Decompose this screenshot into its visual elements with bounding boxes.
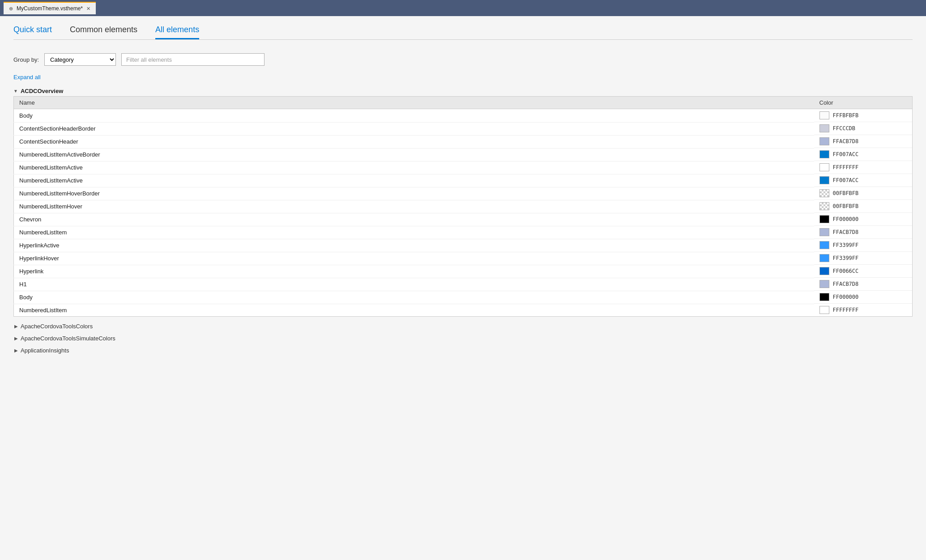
collapsed-group-apache-cordova-tools-simulate-colors[interactable]: ▶ApacheCordovaToolsSimulateColors xyxy=(13,332,913,344)
element-color-cell[interactable]: FFFFFFFF xyxy=(814,304,913,316)
element-name-cell: NumberedListItemHover xyxy=(14,200,814,213)
main-content: Quick start Common elements All elements… xyxy=(0,16,926,560)
table-row: ChevronFF000000 xyxy=(14,213,913,226)
color-swatch xyxy=(819,137,829,145)
element-color-cell[interactable]: FFACB7D8 xyxy=(814,135,913,148)
color-swatch xyxy=(819,202,829,210)
element-name-cell: Hyperlink xyxy=(14,265,814,278)
color-swatch xyxy=(819,306,829,314)
element-name-cell: Body xyxy=(14,291,814,304)
table-row: BodyFF000000 xyxy=(14,291,913,304)
element-name-cell: NumberedListItem xyxy=(14,226,814,239)
color-value-text: FFFFFFFF xyxy=(833,307,859,313)
expand-all-link[interactable]: Expand all xyxy=(13,74,41,81)
expand-arrow-icon: ▶ xyxy=(14,324,18,329)
element-color-cell[interactable]: FF000000 xyxy=(814,291,913,304)
table-row: HyperlinkHoverFF3399FF xyxy=(14,252,913,265)
tabs-navigation: Quick start Common elements All elements xyxy=(13,25,913,40)
collapsed-group-label: ApacheCordovaToolsColors xyxy=(21,323,93,330)
tab-quick-start[interactable]: Quick start xyxy=(13,25,52,39)
title-bar: ⊕ MyCustomTheme.vstheme* ✕ xyxy=(0,0,926,16)
element-name-cell: NumberedListItemActive xyxy=(14,174,814,187)
element-color-cell[interactable]: FF007ACC xyxy=(814,174,913,187)
element-name-cell: Chevron xyxy=(14,213,814,226)
element-color-cell[interactable]: FFCCCDB xyxy=(814,122,913,135)
close-icon[interactable]: ✕ xyxy=(86,6,90,12)
expand-arrow-icon: ▶ xyxy=(14,336,18,341)
color-swatch xyxy=(819,124,829,132)
acdc-overview-label: ACDCOverview xyxy=(21,88,63,94)
tab-pin-icon: ⊕ xyxy=(9,6,13,12)
color-value-text: 00FBFBFB xyxy=(833,203,859,209)
tab-filename: MyCustomTheme.vstheme* xyxy=(17,5,83,12)
color-swatch xyxy=(819,176,829,184)
table-row: BodyFFFBFBFB xyxy=(14,109,913,123)
element-name-cell: NumberedListItemHoverBorder xyxy=(14,187,814,200)
group-by-label: Group by: xyxy=(13,56,39,63)
color-value-text: FFACB7D8 xyxy=(833,138,859,144)
color-swatch xyxy=(819,111,829,119)
tab-all-elements[interactable]: All elements xyxy=(155,25,199,39)
color-value-text: FFACB7D8 xyxy=(833,229,859,235)
collapsed-group-label: ApacheCordovaToolsSimulateColors xyxy=(21,335,115,342)
acdc-overview-group: ▼ ACDCOverview Name Color BodyFFFBFBFBCo… xyxy=(13,86,913,317)
color-value-text: FF007ACC xyxy=(833,151,859,157)
acdc-overview-header[interactable]: ▼ ACDCOverview xyxy=(13,86,913,96)
color-swatch xyxy=(819,280,829,288)
table-row: NumberedListItemActiveFF007ACC xyxy=(14,174,913,187)
color-swatch xyxy=(819,189,829,197)
element-name-cell: NumberedListItemActiveBorder xyxy=(14,148,814,161)
color-swatch xyxy=(819,215,829,223)
color-swatch xyxy=(819,150,829,158)
element-name-cell: NumberedListItem xyxy=(14,304,814,317)
element-color-cell[interactable]: FFFFFFFF xyxy=(814,161,913,174)
collapsed-group-apache-cordova-tools-colors[interactable]: ▶ApacheCordovaToolsColors xyxy=(13,320,913,332)
element-name-cell: H1 xyxy=(14,278,814,291)
element-name-cell: ContentSectionHeader xyxy=(14,135,814,148)
collapsed-group-application-insights[interactable]: ▶ApplicationInsights xyxy=(13,344,913,356)
element-name-cell: ContentSectionHeaderBorder xyxy=(14,122,814,135)
color-value-text: FFACB7D8 xyxy=(833,281,859,287)
name-column-header: Name xyxy=(14,97,814,109)
color-value-text: FF000000 xyxy=(833,294,859,300)
color-value-text: FFCCCDB xyxy=(833,125,856,132)
element-color-cell[interactable]: FF000000 xyxy=(814,213,913,226)
element-color-cell[interactable]: FFACB7D8 xyxy=(814,278,913,291)
color-swatch xyxy=(819,228,829,236)
element-color-cell[interactable]: FF007ACC xyxy=(814,148,913,161)
controls-row: Group by: Category Name Color xyxy=(13,53,913,66)
color-swatch xyxy=(819,163,829,171)
color-value-text: FF007ACC xyxy=(833,177,859,183)
element-color-cell[interactable]: FF0066CC xyxy=(814,265,913,278)
color-value-text: FF000000 xyxy=(833,216,859,222)
element-name-cell: HyperlinkActive xyxy=(14,239,814,252)
element-color-cell[interactable]: FF3399FF xyxy=(814,239,913,252)
collapsed-group-label: ApplicationInsights xyxy=(21,347,69,354)
element-color-cell[interactable]: 00FBFBFB xyxy=(814,187,913,200)
color-swatch xyxy=(819,293,829,301)
table-row: ContentSectionHeaderFFACB7D8 xyxy=(14,135,913,148)
tab-common-elements[interactable]: Common elements xyxy=(70,25,137,39)
color-value-text: FF3399FF xyxy=(833,255,859,261)
element-color-cell[interactable]: FFFBFBFB xyxy=(814,109,913,122)
table-row: HyperlinkActiveFF3399FF xyxy=(14,239,913,252)
element-color-cell[interactable]: 00FBFBFB xyxy=(814,200,913,213)
element-color-cell[interactable]: FF3399FF xyxy=(814,252,913,265)
group-by-select[interactable]: Category Name Color xyxy=(44,53,116,66)
table-row: HyperlinkFF0066CC xyxy=(14,265,913,278)
editor-tab[interactable]: ⊕ MyCustomTheme.vstheme* ✕ xyxy=(4,2,96,14)
color-value-text: 00FBFBFB xyxy=(833,190,859,196)
filter-input[interactable] xyxy=(121,53,265,66)
table-row: H1FFACB7D8 xyxy=(14,278,913,291)
collapsed-groups: ▶ApacheCordovaToolsColors▶ApacheCordovaT… xyxy=(13,320,913,356)
elements-table: Name Color BodyFFFBFBFBContentSectionHea… xyxy=(13,96,913,317)
expand-arrow-icon: ▶ xyxy=(14,348,18,353)
table-row: NumberedListItemActiveFFFFFFFF xyxy=(14,161,913,174)
table-row: NumberedListItemHover00FBFBFB xyxy=(14,200,913,213)
element-name-cell: NumberedListItemActive xyxy=(14,161,814,174)
collapse-arrow-icon: ▼ xyxy=(13,89,18,93)
table-row: NumberedListItemActiveBorderFF007ACC xyxy=(14,148,913,161)
element-color-cell[interactable]: FFACB7D8 xyxy=(814,226,913,239)
color-swatch xyxy=(819,241,829,249)
table-row: NumberedListItemHoverBorder00FBFBFB xyxy=(14,187,913,200)
